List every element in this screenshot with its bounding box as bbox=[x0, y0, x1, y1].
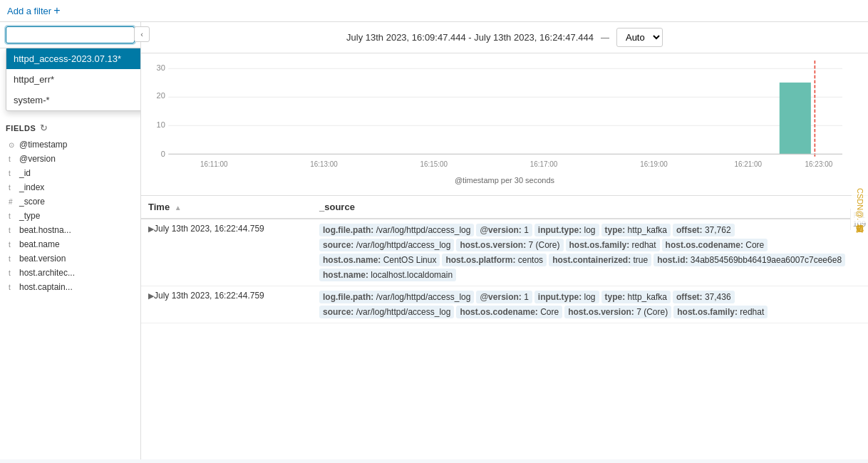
row-time-cell: ▶July 13th 2023, 16:22:44.759 bbox=[141, 286, 312, 323]
tag: host.os.name: CentOS Linux bbox=[319, 254, 440, 266]
dropdown-item-httpd-access[interactable]: httpd_access-2023.07.13* bbox=[6, 48, 141, 69]
index-dropdown: httpd_access-2023.07.13* httpd_err* syst… bbox=[6, 48, 141, 111]
dropdown-item-httpd-err[interactable]: httpd_err* bbox=[6, 69, 141, 90]
field-name-beat-hostname: beat.hostna... bbox=[19, 225, 71, 235]
field-item-timestamp[interactable]: ⊙ @timestamp bbox=[6, 137, 135, 152]
svg-text:16:11:00: 16:11:00 bbox=[200, 160, 228, 167]
watermark: CSDN@苗苗奶黄包. bbox=[852, 185, 868, 223]
tag: host.os.platform: centos bbox=[442, 254, 547, 266]
row-source-cell: log.file.path: /var/log/httpd/access_log… bbox=[312, 286, 868, 323]
field-type-hash-icon: # bbox=[9, 198, 16, 206]
expand-row-button[interactable]: ▶ bbox=[148, 291, 154, 301]
row-time-cell: ▶July 13th 2023, 16:22:44.759 bbox=[141, 219, 312, 286]
search-input[interactable] bbox=[6, 26, 135, 43]
table-row: ▶July 13th 2023, 16:22:44.759log.file.pa… bbox=[141, 286, 868, 323]
field-item-index[interactable]: t _index bbox=[6, 180, 135, 194]
col-source-header: _source bbox=[312, 196, 868, 219]
tag: offset: 37,762 bbox=[673, 224, 735, 236]
tag: @version: 1 bbox=[476, 291, 532, 303]
svg-text:16:19:00: 16:19:00 bbox=[640, 160, 668, 167]
sort-icon: ▲ bbox=[175, 204, 182, 212]
tag: log.file.path: /var/log/httpd/access_log bbox=[319, 291, 474, 303]
field-type-clock-icon: ⊙ bbox=[9, 141, 16, 149]
field-item-type[interactable]: t _type bbox=[6, 209, 135, 223]
add-filter-plus-icon: + bbox=[53, 4, 60, 17]
field-type-t-icon: t bbox=[9, 227, 16, 234]
tag: log.file.path: /var/log/httpd/access_log bbox=[319, 224, 474, 236]
time-range-text: July 13th 2023, 16:09:47.444 - July 13th… bbox=[346, 32, 594, 43]
field-name-version: @version bbox=[19, 154, 56, 164]
tag: source: /var/log/httpd/access_log bbox=[319, 239, 454, 251]
row-time: July 13th 2023, 16:22:44.759 bbox=[154, 224, 264, 234]
chart-svg: 30 20 10 0 16:11:00 bbox=[151, 61, 858, 175]
svg-text:10: 10 bbox=[157, 120, 165, 129]
dropdown-item-system[interactable]: system-* bbox=[6, 90, 141, 110]
field-name-type: _type bbox=[19, 211, 40, 221]
field-type-t-icon: t bbox=[9, 269, 16, 277]
field-item-beat-name[interactable]: t beat.name bbox=[6, 237, 135, 251]
field-type-t-icon: t bbox=[9, 170, 16, 177]
chart-axis-label: @timestamp per 30 seconds bbox=[151, 176, 858, 184]
tag: host.os.version: 7 (Core) bbox=[564, 306, 671, 318]
field-name-beat-name: beat.name bbox=[19, 239, 60, 249]
top-bar: Add a filter + bbox=[0, 0, 868, 22]
svg-text:30: 30 bbox=[157, 63, 165, 72]
add-filter-button[interactable]: Add a filter + bbox=[7, 4, 61, 17]
svg-text:16:13:00: 16:13:00 bbox=[310, 160, 338, 167]
field-item-beat-version[interactable]: t beat.version bbox=[6, 251, 135, 266]
field-name-host-captain: host.captain... bbox=[19, 282, 73, 292]
row-source: log.file.path: /var/log/httpd/access_log… bbox=[319, 224, 861, 281]
fields-label: fields bbox=[6, 124, 36, 132]
field-item-score[interactable]: # _score bbox=[6, 194, 135, 209]
field-name-score: _score bbox=[19, 197, 45, 207]
sidebar: httpd_access-2023.07.13* httpd_err* syst… bbox=[0, 22, 141, 459]
tag: @version: 1 bbox=[476, 224, 532, 236]
field-list: ⊙ @timestamp t @version t _id t _index # bbox=[6, 137, 135, 294]
svg-text:16:15:00: 16:15:00 bbox=[420, 160, 448, 167]
field-type-t-icon: t bbox=[9, 212, 16, 220]
auto-select[interactable]: Auto bbox=[616, 28, 663, 47]
svg-text:16:21:00: 16:21:00 bbox=[734, 160, 762, 167]
field-item-id[interactable]: t _id bbox=[6, 166, 135, 180]
svg-text:16:17:00: 16:17:00 bbox=[530, 160, 558, 167]
svg-text:20: 20 bbox=[157, 90, 165, 99]
search-box-wrap: httpd_access-2023.07.13* httpd_err* syst… bbox=[0, 22, 140, 48]
fields-header: fields ↻ bbox=[6, 123, 135, 133]
time-dash: — bbox=[601, 33, 609, 43]
chart-bar bbox=[780, 83, 811, 155]
field-type-t-icon: t bbox=[9, 184, 16, 192]
field-name-id: _id bbox=[19, 168, 31, 178]
results-table: Time ▲ _source ▶July 13th 2023, 16:22:44… bbox=[141, 196, 868, 323]
tag: host.os.codename: Core bbox=[662, 239, 768, 251]
table-row: ▶July 13th 2023, 16:22:44.759log.file.pa… bbox=[141, 219, 868, 286]
field-item-version[interactable]: t @version bbox=[6, 152, 135, 166]
field-item-host-arch[interactable]: t host.architec... bbox=[6, 266, 135, 280]
tag: host.id: 34ab854569bb46419aea6007c7cee6e… bbox=[653, 254, 845, 266]
fields-section: fields ↻ ⊙ @timestamp t @version t _id t bbox=[0, 118, 140, 298]
svg-text:0: 0 bbox=[161, 150, 165, 158]
refresh-icon[interactable]: ↻ bbox=[40, 123, 48, 133]
tag: host.os.codename: Core bbox=[456, 306, 562, 318]
field-item-beat-hostname[interactable]: t beat.hostna... bbox=[6, 223, 135, 237]
table-area: Time ▲ _source ▶July 13th 2023, 16:22:44… bbox=[141, 196, 868, 459]
tag: type: http_kafka bbox=[601, 291, 671, 303]
field-item-host-captain[interactable]: t host.captain... bbox=[6, 280, 135, 294]
tag: input.type: log bbox=[534, 291, 599, 303]
add-filter-label: Add a filter bbox=[7, 6, 51, 16]
tag: input.type: log bbox=[534, 224, 599, 236]
field-type-t-icon: t bbox=[9, 255, 16, 263]
row-source: log.file.path: /var/log/httpd/access_log… bbox=[319, 291, 861, 318]
expand-row-button[interactable]: ▶ bbox=[148, 224, 154, 234]
row-source-cell: log.file.path: /var/log/httpd/access_log… bbox=[312, 219, 868, 286]
col-time-header[interactable]: Time ▲ bbox=[141, 196, 312, 219]
tag: type: http_kafka bbox=[601, 224, 671, 236]
row-time: July 13th 2023, 16:22:44.759 bbox=[154, 291, 264, 301]
tag: host.name: localhost.localdomain bbox=[319, 269, 456, 281]
tag: source: /var/log/httpd/access_log bbox=[319, 306, 454, 318]
tag: host.os.family: redhat bbox=[673, 306, 768, 318]
sidebar-collapse-button[interactable]: ‹ bbox=[134, 26, 150, 42]
svg-text:16:23:00: 16:23:00 bbox=[805, 160, 833, 167]
field-type-t-icon: t bbox=[9, 241, 16, 249]
field-name-host-arch: host.architec... bbox=[19, 268, 75, 278]
field-name-timestamp: @timestamp bbox=[19, 140, 68, 150]
